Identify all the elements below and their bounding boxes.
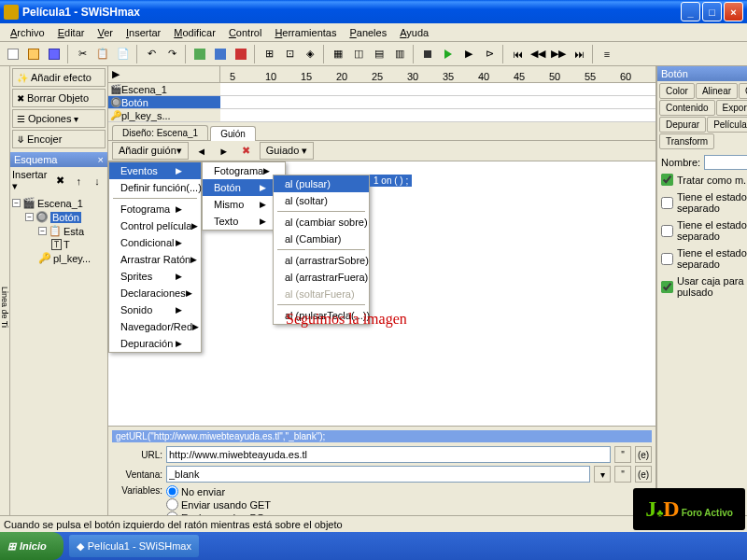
- taskbar-item[interactable]: ◆ Película1 - SWiSHmax: [69, 535, 199, 557]
- checkbox-tratar[interactable]: [661, 174, 673, 186]
- close-button[interactable]: ×: [724, 2, 743, 21]
- menu-archivo[interactable]: Archivo: [4, 25, 51, 40]
- prev-button[interactable]: ◀◀: [529, 45, 547, 63]
- menu-ayuda[interactable]: Ayuda: [393, 25, 435, 40]
- window-input[interactable]: [166, 466, 590, 483]
- quote-button[interactable]: ": [614, 466, 631, 483]
- ctx-item[interactable]: Condicional▶: [109, 234, 201, 251]
- tool-button[interactable]: ◄: [192, 142, 211, 161]
- ctx-item[interactable]: al (cambiar sobre): [274, 214, 369, 231]
- layer-track[interactable]: [220, 109, 655, 122]
- checkbox-caja[interactable]: [661, 281, 673, 293]
- checkbox-over[interactable]: [661, 197, 673, 209]
- layer-name[interactable]: 🎬Escena_1: [108, 83, 220, 96]
- ctx-item[interactable]: Arrastrar Ratón▶: [109, 251, 201, 268]
- insert-dropdown[interactable]: Insertar ▾: [12, 169, 50, 192]
- tool-button[interactable]: ►: [215, 142, 233, 161]
- play-button[interactable]: [439, 45, 458, 63]
- ctx-al-pulsar[interactable]: al (pulsar): [274, 175, 369, 192]
- ctx-item[interactable]: Declaraciones▶: [109, 285, 201, 301]
- tool-button[interactable]: [211, 45, 230, 63]
- tab-contenido[interactable]: Contenido: [659, 100, 715, 116]
- layer-name[interactable]: 🔘Botón: [108, 96, 220, 109]
- shrink-button[interactable]: ⤋Encojer: [12, 130, 106, 148]
- expr-button[interactable]: (e): [635, 466, 652, 483]
- menu-herramientas[interactable]: Herramientas: [268, 25, 343, 40]
- move-up-button[interactable]: ↑: [70, 172, 87, 190]
- tab-exportar[interactable]: Exportar: [716, 100, 747, 116]
- maximize-button[interactable]: □: [702, 2, 722, 21]
- tool-button[interactable]: ▤: [370, 45, 388, 63]
- guided-dropdown[interactable]: Guiado ▾: [260, 142, 315, 160]
- menu-control[interactable]: Control: [222, 25, 268, 40]
- paste-button[interactable]: 📄: [114, 45, 133, 63]
- tab-guion[interactable]: Guión: [210, 126, 256, 141]
- tool-button[interactable]: ▶: [459, 45, 478, 63]
- tree-item[interactable]: −🔘Botón: [12, 210, 106, 224]
- tab-depurar[interactable]: Depurar: [659, 117, 706, 133]
- tab-diseno[interactable]: Diseño: Escena_1: [112, 125, 208, 140]
- start-button[interactable]: ⊞ Inicio: [0, 532, 63, 560]
- name-input[interactable]: [704, 155, 747, 170]
- timeline-ruler[interactable]: 51015202530354045505560: [220, 66, 655, 83]
- tool-button[interactable]: [190, 45, 209, 63]
- next-button[interactable]: ▶▶: [549, 45, 568, 63]
- ctx-item[interactable]: Sonido▶: [109, 301, 201, 318]
- tool-button[interactable]: [232, 45, 250, 63]
- radio-get[interactable]: Enviar usando GET: [166, 498, 273, 511]
- ctx-item[interactable]: Depuración▶: [109, 335, 201, 352]
- tree-item[interactable]: 🅃T: [12, 238, 106, 251]
- save-button[interactable]: [45, 45, 63, 63]
- layer-name[interactable]: 🔑pl_key_s...: [108, 109, 220, 122]
- menu-paneles[interactable]: Paneles: [343, 25, 393, 40]
- dropdown-button[interactable]: ▾: [594, 466, 611, 483]
- tool-button[interactable]: ⊳: [480, 45, 499, 63]
- tool-button[interactable]: ▥: [390, 45, 409, 63]
- ctx-item[interactable]: Navegador/Red▶: [109, 318, 201, 335]
- menu-editar[interactable]: Editar: [51, 25, 92, 40]
- options-button[interactable]: ☰Opciones▾: [12, 109, 106, 128]
- ctx-eventos[interactable]: Eventos▶: [109, 162, 201, 179]
- stop-button[interactable]: [418, 45, 437, 63]
- play-icon[interactable]: ▶: [112, 68, 120, 80]
- quote-button[interactable]: ": [614, 446, 631, 463]
- layer-track[interactable]: [220, 83, 655, 96]
- tab-transform[interactable]: Transform: [659, 133, 714, 149]
- tab-pelicula[interactable]: Película: [707, 117, 747, 133]
- tool-button[interactable]: ◫: [349, 45, 368, 63]
- ctx-item[interactable]: Definir función(...): [109, 179, 201, 196]
- tool-button[interactable]: ▦: [329, 45, 347, 63]
- ctx-item[interactable]: al (arrastrarFuera): [274, 269, 369, 286]
- tree-item[interactable]: 🔑pl_key...: [12, 251, 106, 265]
- tab-guias[interactable]: Guías: [739, 83, 747, 99]
- ctx-item[interactable]: Fotograma▶: [109, 201, 201, 217]
- first-button[interactable]: ⏮: [508, 45, 527, 63]
- menu-ver[interactable]: Ver: [91, 25, 120, 40]
- tool-button[interactable]: ✖: [237, 142, 256, 161]
- last-button[interactable]: ⏭: [570, 45, 588, 63]
- tree-item[interactable]: −🎬Escena_1: [12, 196, 106, 210]
- new-file-button[interactable]: [4, 45, 22, 63]
- add-script-dropdown[interactable]: Añadir guión▾: [112, 142, 189, 160]
- ctx-item[interactable]: Sprites▶: [109, 268, 201, 285]
- menu-insertar[interactable]: Insertar: [120, 25, 167, 40]
- radio-no-enviar[interactable]: No enviar: [166, 485, 273, 497]
- menu-modificar[interactable]: Modificar: [167, 25, 222, 40]
- tool-button[interactable]: ⊡: [280, 45, 299, 63]
- copy-button[interactable]: 📋: [93, 45, 112, 63]
- checkbox-abajo[interactable]: [661, 225, 673, 237]
- tab-color[interactable]: Color: [659, 83, 695, 99]
- tool-button[interactable]: ◈: [301, 45, 319, 63]
- ctx-item[interactable]: Control película▶: [109, 217, 201, 234]
- minimize-button[interactable]: _: [681, 2, 700, 21]
- cut-button[interactable]: ✂: [73, 45, 92, 63]
- url-input[interactable]: [166, 446, 611, 463]
- ctx-item[interactable]: al (Cambiar): [274, 231, 369, 247]
- undo-button[interactable]: ↶: [142, 45, 161, 63]
- layer-track[interactable]: [220, 96, 655, 109]
- ctx-item[interactable]: al (soltar): [274, 192, 369, 209]
- tool-button[interactable]: ⊞: [260, 45, 278, 63]
- checkbox-pulsado[interactable]: [661, 253, 673, 265]
- tool-button[interactable]: ≡: [598, 45, 616, 63]
- tool-button[interactable]: ✖: [52, 172, 69, 190]
